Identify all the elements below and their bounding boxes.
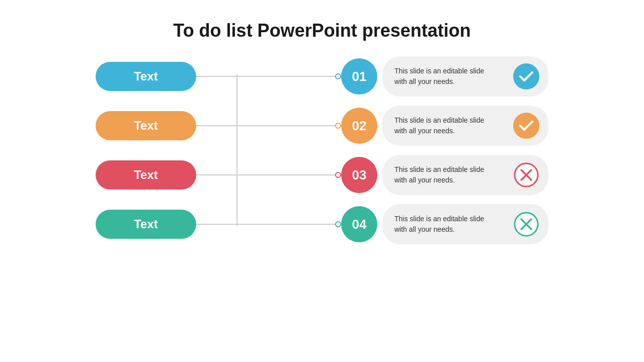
info-text-1: This slide is an editable slide with all…	[394, 66, 495, 87]
connector-left-4	[196, 224, 341, 225]
svg-point-1	[513, 113, 539, 139]
connector-left-1	[196, 76, 341, 77]
timeline-container: Text01This slide is an editable slide wi…	[96, 56, 548, 244]
timeline-row-4: Text04This slide is an editable slide wi…	[96, 204, 548, 244]
connector-dot-3	[335, 172, 341, 178]
status-icon-3	[513, 162, 539, 188]
label-pill-2: Text	[96, 111, 196, 140]
connector-dot-4	[335, 221, 341, 227]
connector-left-3	[196, 174, 341, 175]
label-pill-3: Text	[96, 160, 196, 190]
svg-point-0	[513, 63, 539, 89]
number-circle-2: 02	[341, 108, 377, 144]
info-card-3: This slide is an editable slide with all…	[382, 155, 548, 195]
info-card-4: This slide is an editable slide with all…	[382, 204, 548, 244]
status-icon-4	[513, 211, 539, 237]
info-card-1: This slide is an editable slide with all…	[382, 56, 548, 97]
connector-left-2	[196, 125, 341, 126]
connector-dot-2	[335, 123, 341, 129]
timeline-row-3: Text03This slide is an editable slide wi…	[96, 155, 548, 195]
number-circle-1: 01	[341, 58, 377, 95]
connector-dot-1	[335, 73, 341, 79]
label-pill-4: Text	[96, 210, 196, 239]
status-icon-2	[513, 113, 539, 139]
info-text-3: This slide is an editable slide with all…	[394, 164, 495, 186]
info-text-2: This slide is an editable slide with all…	[394, 115, 495, 136]
info-card-2: This slide is an editable slide with all…	[382, 106, 548, 146]
info-text-4: This slide is an editable slide with all…	[394, 214, 495, 235]
vertical-timeline-line	[236, 74, 237, 226]
number-circle-4: 04	[341, 206, 377, 242]
page-title: To do list PowerPoint presentation	[173, 20, 470, 41]
timeline-row-2: Text02This slide is an editable slide wi…	[96, 106, 548, 146]
status-icon-1	[513, 63, 539, 89]
number-circle-3: 03	[341, 157, 377, 193]
label-pill-1: Text	[96, 62, 196, 91]
timeline-row-1: Text01This slide is an editable slide wi…	[96, 56, 548, 97]
